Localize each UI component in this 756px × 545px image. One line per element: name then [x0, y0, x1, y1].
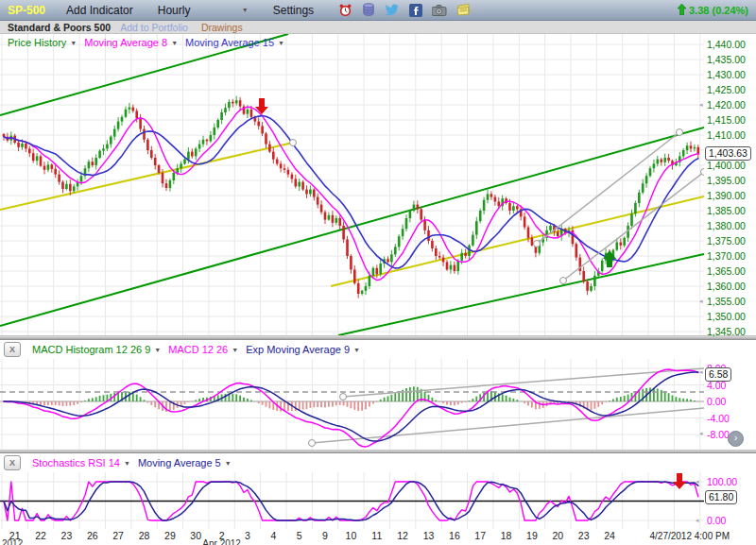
legend-stochastics-rsi[interactable]: Stochastics RSI 14▼ — [32, 457, 130, 468]
price-axis-tick: 1,385.00 — [707, 205, 746, 216]
period-value: Hourly — [158, 4, 191, 17]
stoch-last-value-box: 61.80 — [705, 490, 737, 504]
symbol-label: SP-500 — [8, 4, 45, 17]
chevron-down-icon: ▼ — [242, 7, 249, 13]
stochastics-chart[interactable] — [0, 472, 704, 529]
legend-macd-histogram[interactable]: MACD Histogram 12 26 9▼ — [32, 344, 161, 355]
last-price-box: 1,403.63 — [705, 146, 751, 161]
macd-panel: X MACD Histogram 12 26 9▼ MACD 12 26▼ Ex… — [0, 340, 756, 450]
date-axis-day-label: 24 — [604, 530, 615, 541]
legend-price-history[interactable]: Price History▼ — [8, 37, 77, 48]
date-axis-day-label: 9 — [322, 530, 328, 541]
change-indicator: 3.38 (0.24%) — [678, 4, 748, 17]
date-axis-day-label: 5 — [297, 530, 302, 541]
macd-axis-tick: -4.00 — [707, 413, 730, 424]
period-dropdown[interactable]: Hourly ▼ — [158, 4, 249, 17]
database-icon[interactable] — [362, 3, 375, 17]
legend-moving-average-15[interactable]: Moving Average 15▼ — [185, 37, 284, 48]
axis-collapse-icon[interactable]: ◂ — [696, 517, 699, 524]
stochastics-panel: X Stochastics RSI 14▼ Moving Average 5▼ … — [0, 453, 756, 529]
axis-collapse-icon[interactable]: ◂ — [699, 298, 703, 305]
symbol-full-name: Standard & Poors 500 — [8, 22, 111, 33]
date-axis-day-label: 27 — [112, 530, 124, 541]
camera-icon[interactable] — [432, 5, 447, 16]
stoch-axis-tick: 0.00 — [707, 515, 726, 526]
price-axis-tick: 1,435.00 — [707, 54, 746, 65]
drawings-link[interactable]: Drawings — [201, 22, 243, 33]
axis-collapse-icon[interactable]: ◂ — [699, 430, 703, 437]
price-axis-tick: 1,395.00 — [707, 175, 746, 186]
date-axis-day-label: 18 — [501, 530, 512, 541]
last-update-timestamp: 4/27/2012 4:00 PM — [649, 531, 730, 541]
date-axis-day-label: 28 — [139, 530, 150, 541]
price-axis-tick: 1,425.00 — [707, 84, 746, 95]
twitter-icon[interactable] — [385, 4, 400, 17]
date-axis-day-label: 29 — [164, 530, 176, 541]
date-axis-month-label: Apr 2012 — [202, 538, 241, 545]
macd-axis-tick: 0.00 — [707, 396, 726, 407]
chevron-down-icon: ▼ — [225, 460, 232, 467]
date-axis-day-label: 4 — [270, 530, 276, 541]
symbol-subbar: Standard & Poors 500 Add to Portfolio Dr… — [0, 21, 756, 34]
date-axis-day-label: 13 — [423, 530, 435, 541]
date-axis-day-label: 23 — [578, 530, 590, 541]
date-axis-day-label: 12 — [397, 530, 408, 541]
macd-last-value-box: 6.58 — [705, 367, 731, 382]
price-axis-tick: 1,370.00 — [707, 250, 746, 262]
price-legend: Price History▼ Moving Average 8▼ Moving … — [8, 37, 284, 48]
macd-axis-tick: -8.00 — [707, 429, 730, 440]
legend-exp-moving-average-9[interactable]: Exp Moving Average 9▼ — [246, 344, 360, 355]
date-axis: 2122232627282930234591011121316171819202… — [0, 529, 756, 545]
price-panel: Price History▼ Moving Average 8▼ Moving … — [0, 34, 756, 335]
charting-app: SP-500 Add Indicator Hourly ▼ Settings 3… — [0, 0, 756, 545]
price-axis-tick: 1,365.00 — [707, 265, 746, 277]
date-axis-month-label: 2012 — [2, 538, 23, 545]
chevron-down-icon: ▼ — [70, 40, 77, 46]
date-axis-day-label: 19 — [526, 530, 538, 541]
macd-header: X MACD Histogram 12 26 9▼ MACD 12 26▼ Ex… — [0, 340, 756, 359]
chevron-down-icon: ▼ — [154, 347, 161, 353]
price-axis-tick: 1,415.00 — [707, 114, 746, 126]
legend-moving-average-8[interactable]: Moving Average 8▼ — [84, 37, 178, 48]
price-axis-tick: 1,400.00 — [707, 160, 746, 171]
settings-button[interactable]: Settings — [273, 4, 314, 17]
chevron-down-icon: ▼ — [124, 460, 130, 467]
price-axis-tick: 1,355.00 — [707, 296, 746, 307]
facebook-icon[interactable] — [409, 4, 422, 17]
macd-chart[interactable] — [0, 359, 704, 450]
chevron-down-icon: ▼ — [278, 40, 284, 46]
price-axis-tick: 1,380.00 — [707, 220, 746, 231]
legend-moving-average-5[interactable]: Moving Average 5▼ — [138, 457, 232, 468]
price-axis-tick: 1,350.00 — [707, 311, 746, 322]
price-axis-tick: 1,345.00 — [707, 326, 746, 337]
date-axis-day-label: 3 — [245, 530, 250, 541]
price-axis-tick: 1,360.00 — [707, 281, 746, 292]
close-stochastics-button[interactable]: X — [4, 455, 21, 470]
axis-collapse-icon[interactable]: ◂ — [699, 101, 703, 109]
change-text: 3.38 (0.24%) — [689, 5, 748, 16]
close-macd-button[interactable]: X — [4, 342, 21, 357]
add-to-portfolio-link[interactable]: Add to Portfolio — [120, 22, 188, 33]
date-axis-day-label: 16 — [449, 530, 460, 541]
axis-collapse-icon[interactable]: ◂ — [696, 478, 699, 485]
up-arrow-icon — [678, 4, 686, 17]
add-indicator-button[interactable]: Add Indicator — [66, 4, 133, 17]
price-axis-tick: 1,430.00 — [707, 69, 746, 80]
price-chart[interactable] — [0, 34, 704, 335]
stoch-axis-tick: 100.00 — [707, 476, 737, 487]
price-axis-tick: 1,375.00 — [707, 235, 746, 247]
main-toolbar: SP-500 Add Indicator Hourly ▼ Settings 3… — [0, 0, 756, 21]
date-axis-day-label: 23 — [61, 530, 73, 541]
axis-collapse-icon[interactable]: ◂ — [699, 368, 703, 376]
date-axis-day-label: 22 — [35, 530, 46, 541]
alarm-clock-icon[interactable] — [338, 3, 352, 17]
chevron-down-icon: ▼ — [353, 347, 360, 353]
notes-icon[interactable] — [456, 4, 471, 16]
date-axis-day-label: 10 — [346, 530, 357, 541]
scroll-right-button[interactable]: › — [728, 431, 744, 447]
date-axis-day-label: 11 — [371, 530, 382, 541]
price-axis-tick: 1,410.00 — [707, 129, 746, 141]
date-axis-day-label: 20 — [552, 530, 563, 541]
legend-macd[interactable]: MACD 12 26▼ — [168, 344, 238, 355]
date-axis-day-label: 26 — [87, 530, 98, 541]
